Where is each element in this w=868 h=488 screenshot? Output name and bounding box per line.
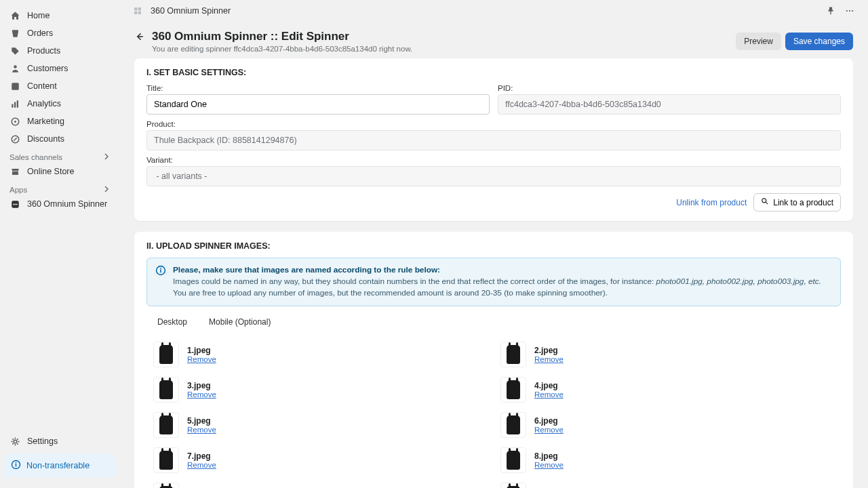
image-filename: 3.jpeg (187, 381, 216, 390)
sidebar-item-label: 360 Omnium Spinner (27, 199, 107, 209)
image-thumbnail (500, 483, 526, 488)
sidebar-item-label: Online Store (27, 167, 74, 176)
svg-rect-26 (160, 268, 161, 269)
sidebar-item-label: Home (27, 11, 50, 20)
sidebar-item-products[interactable]: Products (0, 42, 119, 60)
image-thumbnail (500, 412, 526, 438)
image-filename: 5.jpeg (187, 416, 216, 426)
svg-rect-4 (16, 100, 18, 108)
sidebar-item-label: Content (27, 81, 57, 91)
svg-rect-17 (138, 7, 141, 10)
image-filename: 7.jpeg (187, 451, 216, 461)
link-icon (761, 197, 769, 207)
pid-input (498, 94, 841, 115)
image-thumbnail (153, 342, 179, 367)
card-upload-images: II. UPLOAD SPINNER IMAGES: Please, make … (134, 232, 853, 488)
image-item: 1.jpegRemove (153, 340, 487, 369)
sidebar-item-orders[interactable]: Orders (0, 24, 119, 42)
info-icon (11, 460, 21, 472)
image-thumbnail (500, 447, 526, 473)
pin-icon[interactable] (825, 5, 837, 17)
page-subtitle: You are editing spinner ffc4dca3-4207-4b… (152, 45, 412, 53)
chevron-right-icon[interactable] (103, 153, 110, 161)
sidebar-item-content[interactable]: Content (0, 77, 119, 95)
sidebar-item-label: Marketing (27, 117, 64, 126)
svg-rect-16 (134, 7, 137, 10)
image-item: 9.jpegRemove (153, 481, 487, 488)
info-icon (155, 265, 166, 299)
remove-image-link[interactable]: Remove (187, 461, 216, 469)
image-thumbnail (153, 447, 179, 473)
svg-rect-18 (134, 12, 137, 14)
card-basic-settings: I. SET BASIC SETTINGS: Title: PID: Produ… (134, 58, 853, 221)
products-icon (9, 45, 20, 56)
image-item: 8.jpegRemove (500, 446, 834, 474)
remove-image-link[interactable]: Remove (534, 390, 564, 399)
image-filename: 8.jpeg (534, 451, 564, 461)
info-banner: Please, make sure that images are named … (146, 258, 841, 306)
image-item: 10.jpegRemove (500, 481, 834, 488)
product-input (146, 130, 841, 150)
image-filename: 6.jpeg (534, 416, 564, 426)
title-input[interactable] (146, 94, 490, 115)
image-thumbnail (153, 412, 179, 438)
label-variant: Variant: (146, 156, 841, 164)
sidebar-item-marketing[interactable]: Marketing (0, 113, 119, 130)
app-breadcrumb-icon (132, 5, 144, 17)
svg-point-21 (849, 10, 850, 12)
content-icon (9, 81, 20, 92)
discounts-icon (9, 134, 20, 144)
home-icon (9, 10, 20, 21)
preview-button[interactable]: Preview (736, 33, 781, 50)
remove-image-link[interactable]: Remove (534, 461, 564, 469)
image-thumbnail (500, 342, 526, 367)
unlink-product-link[interactable]: Unlink from product (676, 198, 747, 207)
section-header-channels: Sales channels (0, 148, 119, 163)
svg-point-10 (14, 203, 16, 205)
sidebar-item-settings[interactable]: Settings (0, 432, 119, 450)
svg-point-23 (762, 199, 766, 203)
topbar: 360 Omnium Spinner (119, 0, 868, 22)
sidebar-item-discounts[interactable]: Discounts (0, 130, 119, 148)
remove-image-link[interactable]: Remove (187, 426, 216, 434)
sidebar-item-home[interactable]: Home (0, 7, 119, 24)
svg-point-6 (14, 121, 16, 123)
image-item: 2.jpegRemove (500, 340, 834, 369)
sidebar-item-online-store[interactable]: Online Store (0, 163, 119, 180)
remove-image-link[interactable]: Remove (187, 390, 216, 399)
link-product-button[interactable]: Link to a product (753, 193, 841, 211)
tab-desktop[interactable]: Desktop (146, 313, 198, 331)
sidebar-item-analytics[interactable]: Analytics (0, 95, 119, 113)
tab-mobile[interactable]: Mobile (Optional) (198, 313, 281, 331)
label-pid: PID: (498, 84, 841, 92)
remove-image-link[interactable]: Remove (534, 355, 564, 363)
image-thumbnail (153, 377, 179, 403)
back-button[interactable] (134, 30, 145, 45)
remove-image-link[interactable]: Remove (534, 426, 564, 434)
image-filename: 2.jpeg (534, 346, 564, 355)
section-header-apps: Apps (0, 180, 119, 195)
onlinestore-icon (9, 166, 20, 177)
image-item: 3.jpegRemove (153, 375, 487, 404)
sidebar-item-label: Orders (27, 28, 53, 38)
customers-icon (9, 63, 20, 74)
svg-point-22 (852, 10, 853, 12)
label-title: Title: (146, 84, 490, 92)
sidebar-item-label: Products (27, 46, 60, 56)
app-icon (9, 199, 20, 209)
sidebar-item-360-omnium[interactable]: 360 Omnium Spinner (0, 195, 119, 213)
sidebar-item-label: Settings (27, 436, 58, 446)
save-button[interactable]: Save changes (785, 33, 853, 50)
non-transferable-badge: Non-transferable (4, 454, 115, 477)
svg-point-9 (13, 203, 14, 205)
label-product: Product: (146, 120, 841, 128)
sidebar-item-customers[interactable]: Customers (0, 60, 119, 77)
orders-icon (9, 28, 20, 39)
svg-point-11 (16, 203, 17, 205)
more-icon[interactable] (844, 5, 856, 17)
remove-image-link[interactable]: Remove (187, 355, 216, 363)
sidebar-item-label: Analytics (27, 99, 61, 108)
svg-rect-3 (14, 102, 16, 107)
image-thumbnail (500, 377, 526, 403)
chevron-right-icon[interactable] (103, 186, 110, 194)
